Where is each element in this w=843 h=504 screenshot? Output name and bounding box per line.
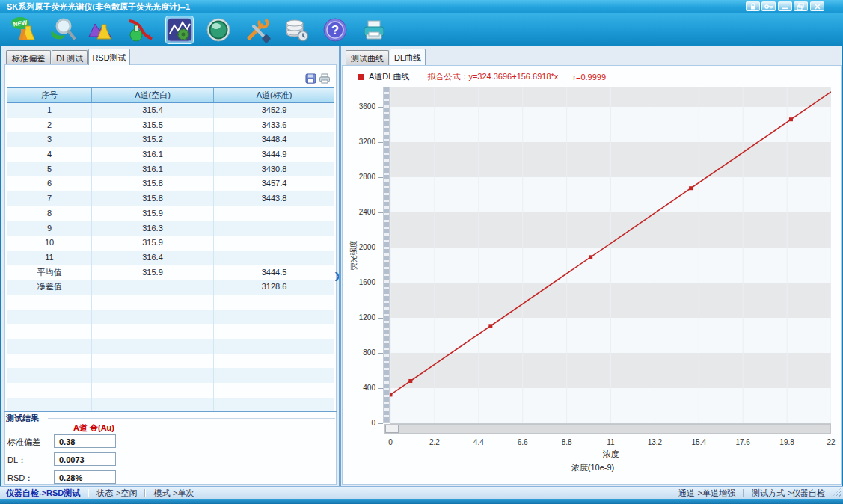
fit-formula-text: 拟合公式：y=324.3696+156.6918*x [427,71,558,82]
table-row[interactable]: 6315.83457.4 [7,176,334,191]
cell [7,310,91,325]
cell: 5 [7,162,91,177]
y-axis-slider[interactable] [383,87,390,423]
cell [213,295,334,310]
cell [7,398,91,413]
table-row[interactable]: 净差值3128.6 [7,280,334,295]
x-scrollbar-thumb[interactable] [385,425,399,433]
minimize-button[interactable] [778,1,792,11]
legend-marker-icon [358,74,364,80]
cell: 平均值 [7,265,91,280]
results-section-title: 测试结果 [6,413,39,424]
dl-field[interactable]: 0.0073 [54,452,116,466]
cell: 7 [7,191,91,206]
help-icon[interactable]: ? [322,16,349,43]
cell [7,324,91,339]
instrument-lamp-icon[interactable] [205,16,232,43]
cell: 4 [7,147,91,162]
cell: 316.1 [91,162,213,177]
panel-divider[interactable] [339,46,341,487]
column-header[interactable]: A道(空白) [91,88,213,102]
close-button[interactable] [810,1,824,11]
tab-test-curve[interactable]: 测试曲线 [346,50,389,65]
table-row[interactable]: 5316.13430.8 [7,162,334,177]
table-row[interactable]: 2315.53433.6 [7,118,334,133]
cell: 9 [7,221,91,236]
y-tick-label: 0 [343,419,375,428]
cell: 3444.9 [213,147,334,162]
print-table-icon[interactable] [319,73,330,84]
window-bottom-edge [0,499,843,504]
x-axis-scrollbar[interactable] [384,424,831,434]
lock-icon [749,3,757,10]
table-row[interactable] [7,368,334,383]
table-row[interactable]: 9316.3 [7,221,334,236]
tab-rsd-test[interactable]: RSD测试 [88,49,130,65]
cell [213,251,334,265]
table-row[interactable] [7,310,334,325]
save-icon[interactable] [305,73,316,84]
table-row[interactable] [7,398,334,413]
x-tick-label: 8.8 [554,438,580,447]
table-row[interactable] [7,295,334,310]
y-tick-mark [378,212,383,213]
status-run-mode: 模式->单次 [153,488,194,499]
x-tick-label: 17.6 [729,438,756,447]
y-tick-mark [378,107,383,108]
table-row[interactable] [7,324,334,339]
y-tick-mark [378,388,383,389]
table-row[interactable] [7,339,334,354]
table-row[interactable]: 4316.13444.9 [7,147,334,162]
table-row[interactable] [7,354,334,369]
tools-icon[interactable] [244,16,271,43]
table-row[interactable]: 7315.83443.8 [7,191,334,206]
rsd-field[interactable]: 0.28% [54,470,116,484]
cell: 315.9 [91,265,213,280]
calibration-curve-icon[interactable] [127,16,154,43]
chart-legend: A道DL曲线 拟合公式：y=324.3696+156.6918*x r=0.99… [358,71,606,82]
dl-curve-plot[interactable] [390,87,831,423]
cell: 316.3 [91,221,213,236]
curve-view-icon[interactable] [166,16,193,43]
cell [213,339,334,354]
status-state: 状态->空闲 [96,488,137,499]
plot-region[interactable] [390,87,831,424]
tab-dl-test[interactable]: DL测试 [52,50,88,65]
cell [213,383,334,398]
cell [213,221,334,236]
table-row[interactable] [7,383,334,398]
cell: 3443.8 [213,191,334,206]
app-window: SK系列原子荧光光谱仪(非色散原子荧光光度计)--1 NEW [0,0,843,504]
table-row[interactable]: 1315.43452.9 [7,103,334,118]
key-button[interactable] [761,1,776,11]
cell: 1 [7,103,91,118]
column-header[interactable]: 序号 [7,88,91,102]
x-axis-title: 浓度 [390,449,831,460]
channel-element-header: A道 金(Au) [73,422,114,434]
stddev-field[interactable]: 0.38 [54,434,116,448]
table-row[interactable]: 10315.9 [7,236,334,251]
table-row[interactable]: 平均值315.93444.5 [7,265,334,280]
column-header[interactable]: A道(标准) [213,88,334,102]
measure-flask-icon[interactable] [88,16,115,43]
cell [213,206,334,221]
status-bar: 仪器自检->RSD测试 状态->空闲 模式->单次 通道->单道增强 测试方式-… [0,486,843,499]
cell [7,295,91,310]
restore-button[interactable] [794,1,808,11]
cell [91,354,213,369]
data-search-icon[interactable] [49,16,76,43]
database-icon[interactable] [283,16,310,43]
print-icon[interactable] [361,16,387,43]
cell [91,368,213,383]
x-tick-label: 2.2 [421,438,448,447]
status-test-mode: 仪器自检->RSD测试 [6,488,80,499]
new-test-icon[interactable]: NEW [10,16,37,43]
lock-button[interactable] [746,1,760,11]
y-tick-label: 3600 [343,102,375,111]
cell [7,383,91,398]
tab-dl-curve[interactable]: DL曲线 [390,49,426,65]
table-row[interactable]: 8315.9 [7,206,334,221]
table-row[interactable]: 3315.23448.4 [7,132,334,147]
table-row[interactable]: 11316.4 [7,251,334,265]
tab-standard-deviation[interactable]: 标准偏差 [6,50,51,65]
